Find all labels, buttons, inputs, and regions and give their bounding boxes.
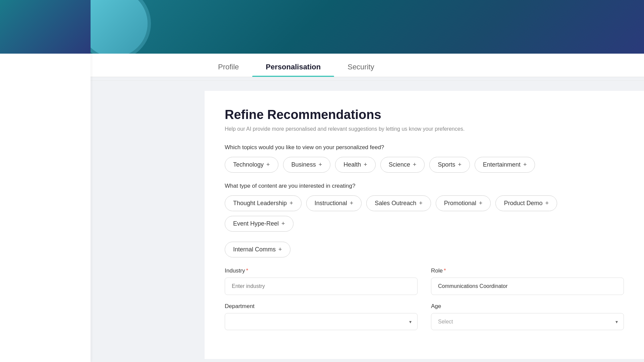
age-select[interactable]: Select — [431, 313, 624, 330]
age-section: Age Select ▾ — [431, 303, 624, 330]
content-promotional-plus: + — [479, 200, 483, 207]
topic-health-plus: + — [364, 161, 367, 168]
industry-input[interactable] — [225, 278, 418, 295]
topic-technology-plus: + — [266, 161, 270, 168]
content-product-demo[interactable]: Product Demo + — [495, 195, 557, 211]
left-panel — [0, 0, 91, 362]
topic-science-plus: + — [413, 161, 417, 168]
content-thought-leadership-plus: + — [289, 200, 293, 207]
content-internal-comms-plus: + — [278, 246, 282, 253]
role-value[interactable]: Communications Coordinator — [431, 278, 624, 295]
content-promotional[interactable]: Promotional + — [436, 195, 491, 211]
page-title: Refine Recommendations — [225, 108, 624, 122]
topic-entertainment-plus: + — [523, 161, 527, 168]
nav-tabs: Profile Personalisation Security — [91, 54, 644, 77]
form-col-left: Industry* Department ▾ — [225, 267, 418, 330]
department-label: Department — [225, 303, 418, 310]
topic-science[interactable]: Science + — [380, 157, 425, 173]
content-instructional-plus: + — [350, 200, 354, 207]
role-label: Role* — [431, 267, 624, 274]
department-section: Department ▾ — [225, 303, 418, 330]
nav-divider — [91, 80, 644, 81]
topic-sports[interactable]: Sports + — [429, 157, 470, 173]
role-required-star: * — [444, 267, 446, 274]
tab-personalisation[interactable]: Personalisation — [252, 63, 334, 77]
tab-security[interactable]: Security — [334, 63, 387, 77]
main-content: Refine Recommendations Help our AI provi… — [205, 91, 644, 359]
tab-profile[interactable]: Profile — [205, 63, 252, 77]
topic-health[interactable]: Health + — [335, 157, 376, 173]
content-event-hype-reel-plus: + — [281, 220, 285, 227]
left-panel-header — [0, 0, 91, 54]
header-banner — [91, 0, 644, 54]
topic-entertainment[interactable]: Entertainment + — [475, 157, 535, 173]
avatar — [91, 0, 148, 54]
content-instructional[interactable]: Instructional + — [306, 195, 362, 211]
page-subtitle: Help our AI provide more personalised an… — [225, 126, 624, 132]
content-product-demo-plus: + — [545, 200, 549, 207]
department-select-wrapper: ▾ — [225, 313, 418, 330]
industry-label: Industry* — [225, 267, 418, 274]
topics-tags-row: Technology + Business + Health + Science… — [225, 157, 624, 173]
content-sales-outreach-plus: + — [419, 200, 423, 207]
form-col-right: Role* Communications Coordinator Age Sel… — [431, 267, 624, 330]
content-internal-comms[interactable]: Internal Comms + — [225, 242, 290, 257]
age-label: Age — [431, 303, 624, 310]
topics-question: Which topics would you like to view on y… — [225, 144, 624, 151]
content-sales-outreach[interactable]: Sales Outreach + — [366, 195, 431, 211]
form-row-industry-role: Industry* Department ▾ Role* — [225, 267, 624, 330]
topic-sports-plus: + — [458, 161, 462, 168]
content-event-hype-reel[interactable]: Event Hype-Reel + — [225, 216, 293, 232]
age-select-wrapper: Select ▾ — [431, 313, 624, 330]
department-select[interactable] — [225, 313, 418, 330]
content-types-row2: Internal Comms + — [225, 242, 624, 257]
topic-business[interactable]: Business + — [283, 157, 331, 173]
topic-technology[interactable]: Technology + — [225, 157, 278, 173]
content-thought-leadership[interactable]: Thought Leadership + — [225, 195, 302, 211]
industry-required-star: * — [246, 267, 248, 274]
content-question: What type of content are you interested … — [225, 183, 624, 189]
content-types-tags-row: Thought Leadership + Instructional + Sal… — [225, 195, 624, 232]
topic-business-plus: + — [319, 161, 322, 168]
